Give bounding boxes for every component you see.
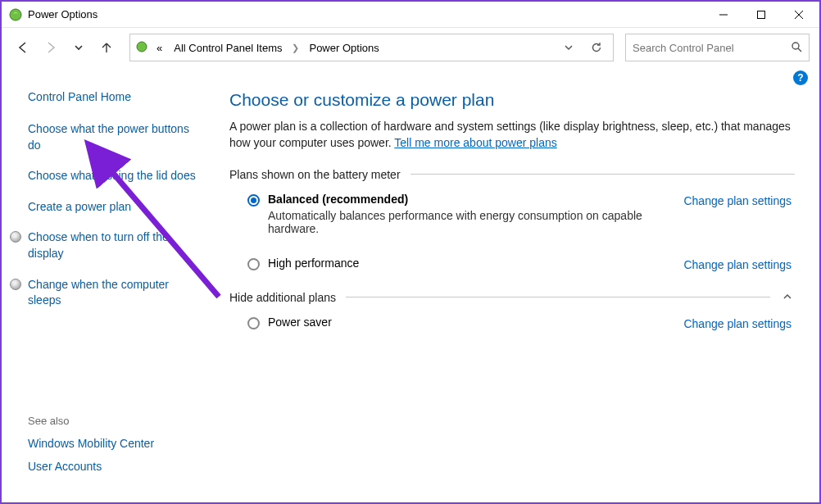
breadcrumb-item-0[interactable]: All Control Panel Items [170, 40, 285, 56]
window-controls [705, 2, 818, 27]
plans-hidden-header: Hide additional plans [229, 291, 795, 304]
svg-point-5 [137, 42, 147, 52]
sidebar: Control Panel Home Choose what the power… [2, 75, 213, 502]
recent-locations-button[interactable] [67, 36, 90, 59]
chevron-right-icon: ❯ [290, 43, 301, 53]
back-button[interactable] [11, 36, 34, 59]
plans-shown-header: Plans shown on the battery meter [229, 168, 795, 181]
group-label: Hide additional plans [229, 291, 336, 304]
change-plan-settings-link[interactable]: Change plan settings [683, 258, 792, 271]
plan-name[interactable]: Power saver [268, 316, 675, 329]
sidebar-link-label: Choose what the power buttons do [28, 122, 189, 152]
plan-power-saver: Power saver Change plan settings [229, 304, 795, 334]
power-options-icon [8, 7, 23, 22]
collapse-caret-icon[interactable] [780, 291, 795, 304]
footer-link-user-accounts[interactable]: User Accounts [28, 460, 203, 473]
body-area: ? Control Panel Home Choose what the pow… [2, 67, 819, 502]
divider [410, 174, 795, 175]
breadcrumb-item-1[interactable]: Power Options [306, 40, 382, 56]
bullet-icon [10, 279, 21, 290]
plan-radio[interactable] [247, 317, 260, 329]
sidebar-link-power-buttons[interactable]: Choose what the power buttons do [28, 121, 203, 153]
plans-hidden-group: Hide additional plans Power saver Change… [229, 291, 795, 334]
sidebar-link-turn-off-display[interactable]: Choose when to turn off the display [28, 229, 203, 261]
breadcrumb-root[interactable]: « [153, 40, 166, 56]
sidebar-link-label: Create a power plan [28, 200, 131, 213]
close-button[interactable] [780, 2, 818, 27]
page-description: A power plan is a collection of hardware… [229, 118, 795, 152]
address-bar[interactable]: « All Control Panel Items ❯ Power Option… [129, 34, 614, 61]
svg-rect-2 [758, 11, 765, 18]
sidebar-links: Choose what the power buttons do Choose … [28, 121, 203, 309]
svg-line-7 [798, 48, 801, 52]
bullet-icon [10, 231, 21, 243]
plan-balanced: Balanced (recommended) Automatically bal… [229, 181, 795, 238]
page-heading: Choose or customize a power plan [229, 90, 795, 110]
search-icon[interactable] [791, 41, 802, 55]
plan-description: Automatically balances performance with … [268, 209, 675, 235]
plan-name[interactable]: High performance [268, 257, 675, 270]
divider [346, 297, 770, 297]
up-button[interactable] [95, 36, 118, 59]
see-also-label: See also [28, 415, 203, 427]
search-box[interactable] [625, 34, 810, 61]
refresh-button[interactable] [585, 36, 608, 59]
main-content: Choose or customize a power plan A power… [213, 75, 819, 502]
sidebar-link-label: Choose when to turn off the display [28, 230, 169, 260]
plan-radio[interactable] [247, 194, 260, 207]
titlebar: Power Options [2, 2, 819, 28]
nav-row: « All Control Panel Items ❯ Power Option… [2, 28, 819, 67]
svg-point-0 [10, 9, 21, 20]
change-plan-settings-link[interactable]: Change plan settings [683, 317, 792, 330]
group-label: Plans shown on the battery meter [229, 168, 401, 181]
svg-point-6 [792, 43, 799, 49]
sidebar-link-computer-sleeps[interactable]: Change when the computer sleeps [28, 277, 203, 309]
learn-more-link[interactable]: Tell me more about power plans [394, 136, 556, 149]
sidebar-footer: See also Windows Mobility Center User Ac… [28, 415, 203, 494]
forward-button[interactable] [39, 36, 62, 59]
address-dropdown-button[interactable] [557, 36, 580, 59]
sidebar-link-closing-lid[interactable]: Choose what closing the lid does [28, 168, 203, 184]
sidebar-link-create-plan[interactable]: Create a power plan [28, 199, 203, 216]
plans-shown-group: Plans shown on the battery meter Balance… [229, 168, 795, 275]
footer-link-mobility-center[interactable]: Windows Mobility Center [28, 437, 203, 450]
maximize-button[interactable] [742, 2, 780, 27]
sidebar-link-label: Choose what closing the lid does [28, 169, 196, 182]
plan-radio[interactable] [247, 258, 260, 270]
minimize-button[interactable] [705, 2, 742, 27]
window-title: Power Options [28, 8, 705, 20]
search-input[interactable] [633, 42, 791, 54]
power-options-icon [135, 40, 148, 56]
sidebar-link-label: Change when the computer sleeps [28, 278, 169, 307]
control-panel-home-link[interactable]: Control Panel Home [28, 90, 203, 103]
plan-name[interactable]: Balanced (recommended) [268, 193, 675, 206]
plan-high-performance: High performance Change plan settings [229, 238, 795, 275]
change-plan-settings-link[interactable]: Change plan settings [683, 194, 792, 207]
